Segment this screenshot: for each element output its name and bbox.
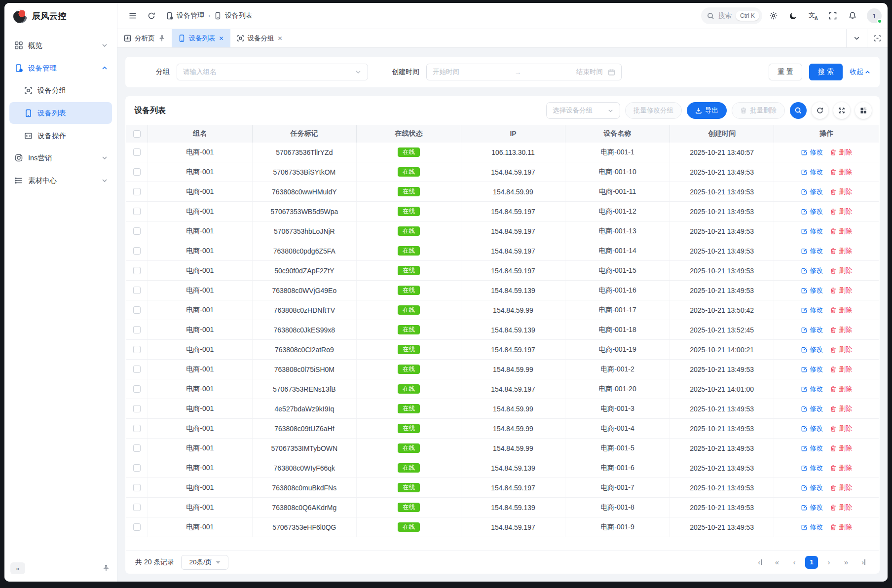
- dark-mode-moon-icon[interactable]: [785, 7, 802, 24]
- tab-device-group[interactable]: 设备分组 ✕: [230, 29, 289, 47]
- delete-button[interactable]: 删除: [830, 266, 852, 275]
- edit-button[interactable]: 修改: [801, 444, 823, 453]
- edit-button[interactable]: 修改: [801, 168, 823, 177]
- current-page-button[interactable]: 1: [805, 556, 818, 569]
- delete-button[interactable]: 删除: [830, 424, 852, 433]
- row-checkbox[interactable]: [133, 148, 141, 156]
- delete-button[interactable]: 删除: [830, 464, 852, 473]
- row-checkbox[interactable]: [133, 366, 141, 373]
- edit-button[interactable]: 修改: [801, 187, 823, 196]
- edit-button[interactable]: 修改: [801, 345, 823, 354]
- batch-modify-group-button[interactable]: 批量修改分组: [625, 102, 682, 119]
- row-checkbox[interactable]: [133, 188, 141, 195]
- edit-button[interactable]: 修改: [801, 326, 823, 334]
- edit-button[interactable]: 修改: [801, 464, 823, 473]
- hamburger-menu-icon[interactable]: [124, 7, 141, 24]
- edit-button[interactable]: 修改: [801, 523, 823, 532]
- delete-button[interactable]: 删除: [830, 326, 852, 334]
- translate-icon[interactable]: [805, 7, 821, 24]
- group-filter-select[interactable]: 请输入组名: [177, 64, 368, 80]
- row-checkbox[interactable]: [133, 504, 141, 511]
- select-all-checkbox[interactable]: [133, 130, 141, 138]
- export-button[interactable]: 导出: [687, 102, 727, 119]
- row-checkbox[interactable]: [133, 227, 141, 235]
- table-refresh-button[interactable]: [812, 102, 828, 119]
- edit-button[interactable]: 修改: [801, 266, 823, 275]
- pin-icon[interactable]: [102, 564, 110, 572]
- refresh-icon[interactable]: [143, 7, 160, 24]
- next-page-button[interactable]: [822, 556, 835, 569]
- sidebar-item-overview[interactable]: 概览: [9, 35, 112, 56]
- column-settings-button[interactable]: [855, 102, 872, 119]
- row-checkbox[interactable]: [133, 405, 141, 412]
- user-avatar[interactable]: 1: [867, 8, 882, 23]
- sidebar-item-device-management[interactable]: 设备管理: [9, 58, 112, 78]
- edit-button[interactable]: 修改: [801, 207, 823, 216]
- breadcrumb-device-list[interactable]: 设备列表: [214, 11, 253, 20]
- jump-back-button[interactable]: [771, 556, 783, 569]
- row-checkbox[interactable]: [133, 385, 141, 393]
- edit-button[interactable]: 修改: [801, 247, 823, 256]
- row-checkbox[interactable]: [133, 306, 141, 314]
- table-fullscreen-button[interactable]: [833, 102, 850, 119]
- sidebar-collapse-button[interactable]: [10, 562, 25, 574]
- tab-list-dropdown-icon[interactable]: [846, 29, 867, 47]
- edit-button[interactable]: 修改: [801, 227, 823, 236]
- prev-page-button[interactable]: [788, 556, 801, 569]
- pin-icon[interactable]: [158, 35, 165, 42]
- notifications-bell-icon[interactable]: [844, 7, 861, 24]
- delete-button[interactable]: 删除: [830, 385, 852, 394]
- global-search[interactable]: 搜索 Ctrl K: [701, 7, 762, 24]
- content-fullscreen-icon[interactable]: [867, 29, 888, 47]
- delete-button[interactable]: 删除: [830, 503, 852, 512]
- edit-button[interactable]: 修改: [801, 404, 823, 413]
- close-icon[interactable]: ✕: [219, 35, 224, 42]
- collapse-filters-link[interactable]: 收起: [850, 68, 871, 76]
- jump-forward-button[interactable]: [840, 556, 853, 569]
- edit-button[interactable]: 修改: [801, 483, 823, 492]
- first-page-button[interactable]: [753, 556, 766, 569]
- delete-button[interactable]: 删除: [830, 286, 852, 295]
- sidebar-item-device-group[interactable]: 设备分组: [9, 80, 112, 100]
- batch-delete-button[interactable]: 批量删除: [732, 102, 785, 119]
- select-device-group-dropdown[interactable]: 选择设备分组: [546, 102, 620, 119]
- tab-analysis[interactable]: 分析页: [117, 29, 172, 47]
- edit-button[interactable]: 修改: [801, 306, 823, 315]
- delete-button[interactable]: 删除: [830, 365, 852, 374]
- edit-button[interactable]: 修改: [801, 503, 823, 512]
- table-search-button[interactable]: [790, 102, 807, 119]
- breadcrumb-device-management[interactable]: 设备管理: [166, 11, 204, 20]
- row-checkbox[interactable]: [133, 208, 141, 215]
- row-checkbox[interactable]: [133, 168, 141, 176]
- delete-button[interactable]: 删除: [830, 483, 852, 492]
- row-checkbox[interactable]: [133, 267, 141, 274]
- row-checkbox[interactable]: [133, 464, 141, 472]
- fullscreen-icon[interactable]: [824, 7, 841, 24]
- row-checkbox[interactable]: [133, 484, 141, 491]
- sidebar-item-device-list[interactable]: 设备列表: [9, 102, 112, 124]
- page-size-select[interactable]: 20条/页: [181, 555, 228, 570]
- settings-gear-icon[interactable]: [765, 7, 782, 24]
- last-page-button[interactable]: [857, 556, 870, 569]
- delete-button[interactable]: 删除: [830, 247, 852, 256]
- delete-button[interactable]: 删除: [830, 345, 852, 354]
- sidebar-item-device-operate[interactable]: 设备操作: [9, 126, 112, 146]
- delete-button[interactable]: 删除: [830, 168, 852, 177]
- delete-button[interactable]: 删除: [830, 404, 852, 413]
- edit-button[interactable]: 修改: [801, 385, 823, 394]
- row-checkbox[interactable]: [133, 444, 141, 452]
- delete-button[interactable]: 删除: [830, 207, 852, 216]
- delete-button[interactable]: 删除: [830, 227, 852, 236]
- edit-button[interactable]: 修改: [801, 148, 823, 157]
- search-button[interactable]: 搜 索: [809, 64, 843, 80]
- row-checkbox[interactable]: [133, 247, 141, 255]
- tab-device-list[interactable]: 设备列表 ✕: [172, 29, 230, 47]
- sidebar-item-material-center[interactable]: 素材中心: [9, 170, 112, 191]
- row-checkbox[interactable]: [133, 523, 141, 531]
- edit-button[interactable]: 修改: [801, 286, 823, 295]
- edit-button[interactable]: 修改: [801, 424, 823, 433]
- delete-button[interactable]: 删除: [830, 523, 852, 532]
- row-checkbox[interactable]: [133, 346, 141, 353]
- delete-button[interactable]: 删除: [830, 306, 852, 315]
- created-time-range-picker[interactable]: 开始时间 结束时间: [426, 64, 622, 80]
